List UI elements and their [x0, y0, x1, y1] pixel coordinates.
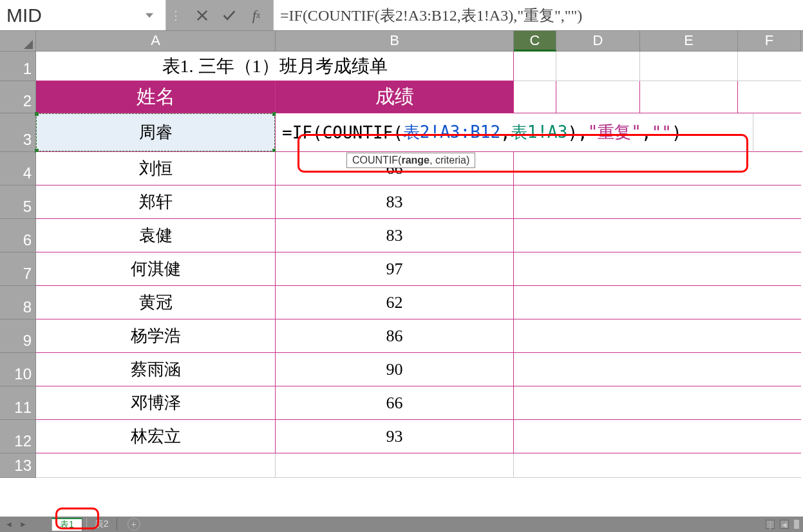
cell-a8[interactable]: 黄冠 [36, 286, 276, 319]
row-12: 12 林宏立 93 [0, 420, 803, 453]
row-header-13[interactable]: 13 [0, 453, 36, 478]
tooltip-arg2: criteria [435, 155, 466, 166]
row-5: 5 郑轩 83 [0, 185, 803, 219]
cell-a11[interactable]: 邓博泽 [36, 386, 276, 420]
tab-nav-prev-icon[interactable]: ◄ [4, 520, 14, 529]
cell-a12[interactable]: 林宏立 [36, 420, 276, 453]
col-header-a[interactable]: A [36, 31, 276, 52]
cell-b8[interactable]: 62 [276, 286, 514, 319]
row-11: 11 邓博泽 66 [0, 386, 803, 420]
row-header-3[interactable]: 3 [0, 113, 36, 152]
cell-d1[interactable] [556, 52, 640, 81]
col-header-d[interactable]: D [556, 31, 640, 52]
formula-bar-input[interactable]: =IF(COUNTIF(表2!A3:B12,表1!A3),"重复","") [273, 0, 803, 30]
fx-icon[interactable]: fx [249, 6, 264, 25]
select-all-corner[interactable] [0, 31, 36, 52]
tooltip-fn: COUNTIF( [352, 155, 401, 166]
row-header-5[interactable]: 5 [0, 185, 36, 219]
cell-b11[interactable]: 66 [276, 386, 514, 420]
col-header-f[interactable]: F [738, 31, 801, 52]
formula-c2: , [578, 123, 588, 142]
cell-c2[interactable] [514, 81, 556, 113]
cell-a3-value: 周睿 [139, 121, 173, 144]
row-header-2[interactable]: 2 [0, 81, 36, 113]
row-header-8[interactable]: 8 [0, 286, 36, 319]
cell-b7[interactable]: 97 [276, 252, 514, 286]
cell-rest6[interactable] [514, 219, 801, 252]
cell-b5[interactable]: 83 [276, 185, 514, 219]
cell-a5[interactable]: 郑轩 [36, 185, 276, 219]
cell-rest8[interactable] [514, 286, 801, 319]
formula-str2: "" [652, 123, 672, 142]
tooltip-end: ) [466, 155, 469, 166]
cell-rest11[interactable] [514, 386, 801, 420]
cell-rest10[interactable] [514, 353, 801, 386]
cell-rest13[interactable] [514, 453, 801, 478]
cancel-icon[interactable] [194, 6, 210, 25]
cell-b13[interactable] [276, 453, 514, 478]
toolbar-separator: ⋮ [166, 0, 185, 30]
row-header-11[interactable]: 11 [0, 386, 36, 420]
enter-icon[interactable] [222, 6, 237, 25]
row-header-9[interactable]: 9 [0, 319, 36, 353]
cell-b6[interactable]: 83 [276, 219, 514, 252]
sheet-tab-2[interactable]: 表2 [86, 518, 117, 531]
cell-e1[interactable] [640, 52, 738, 81]
scroll-controls: ⋮ ◄ [766, 520, 799, 529]
cell-tail3[interactable] [753, 113, 802, 152]
formula-prefix: =IF( [282, 123, 323, 142]
formula-fn: COUNTIF( [323, 123, 403, 142]
cell-f1[interactable] [738, 52, 801, 81]
cell-a13[interactable] [36, 453, 276, 478]
row-6: 6 袁健 83 [0, 219, 803, 252]
header-name[interactable]: 姓名 [36, 81, 276, 113]
cell-a9[interactable]: 杨学浩 [36, 319, 276, 353]
cell-rest9[interactable] [514, 319, 801, 353]
name-box-dropdown[interactable] [143, 4, 156, 27]
name-box[interactable]: MID [3, 5, 143, 26]
scrollbar-thumb[interactable] [794, 520, 799, 529]
cell-a3[interactable]: 周睿 [36, 113, 276, 152]
row-header-6[interactable]: 6 [0, 219, 36, 252]
row-header-12[interactable]: 12 [0, 420, 36, 453]
cell-rest12[interactable] [514, 420, 801, 453]
row-header-10[interactable]: 10 [0, 353, 36, 386]
formula-bar-area: MID ⋮ fx =IF(COUNTIF(表2!A3:B12,表1!A3),"重… [0, 0, 803, 31]
formula-ref1: 表2!A3:B12 [403, 121, 500, 144]
cell-rest5[interactable] [514, 185, 801, 219]
header-score[interactable]: 成绩 [276, 81, 514, 113]
scroll-left-icon[interactable]: ◄ [780, 520, 789, 529]
cell-b10[interactable]: 90 [276, 353, 514, 386]
cell-rest4[interactable] [514, 152, 801, 185]
title-cell[interactable]: 表1. 三年（1）班月考成绩单 [36, 52, 514, 81]
col-header-c[interactable]: C [514, 31, 556, 52]
row-9: 9 杨学浩 86 [0, 319, 803, 353]
cell-b12[interactable]: 93 [276, 420, 514, 453]
add-sheet-button[interactable]: + [128, 518, 140, 531]
tooltip-sep: , [430, 155, 435, 166]
formula-ref2: 表1!A3 [511, 121, 568, 144]
cell-e2[interactable] [640, 81, 738, 113]
cell-rest7[interactable] [514, 252, 801, 286]
row-2: 2 姓名 成绩 [0, 81, 803, 113]
row-header-1[interactable]: 1 [0, 52, 36, 81]
cell-b9[interactable]: 86 [276, 319, 514, 353]
cell-a4[interactable]: 刘恒 [36, 152, 276, 185]
sheet-tab-1[interactable]: 表1 [52, 518, 82, 531]
cell-c1[interactable] [514, 52, 556, 81]
cell-d2[interactable] [556, 81, 640, 113]
col-header-b[interactable]: B [276, 31, 514, 52]
scroll-split-icon[interactable]: ⋮ [766, 520, 775, 529]
formula-str1: "重复" [588, 121, 641, 144]
tab-nav-next-icon[interactable]: ► [18, 520, 28, 529]
cell-a10[interactable]: 蔡雨涵 [36, 353, 276, 386]
row-1: 1 表1. 三年（1）班月考成绩单 [0, 52, 803, 81]
cell-b3-editing[interactable]: =IF(COUNTIF(表2!A3:B12,表1!A3),"重复","") CO… [276, 113, 753, 152]
row-header-7[interactable]: 7 [0, 252, 36, 286]
cell-a6[interactable]: 袁健 [36, 219, 276, 252]
cell-a7[interactable]: 何淇健 [36, 252, 276, 286]
col-header-e[interactable]: E [640, 31, 738, 52]
row-header-4[interactable]: 4 [0, 152, 36, 185]
function-tooltip: COUNTIF(range, criteria) [346, 153, 475, 168]
cell-f2[interactable] [738, 81, 801, 113]
